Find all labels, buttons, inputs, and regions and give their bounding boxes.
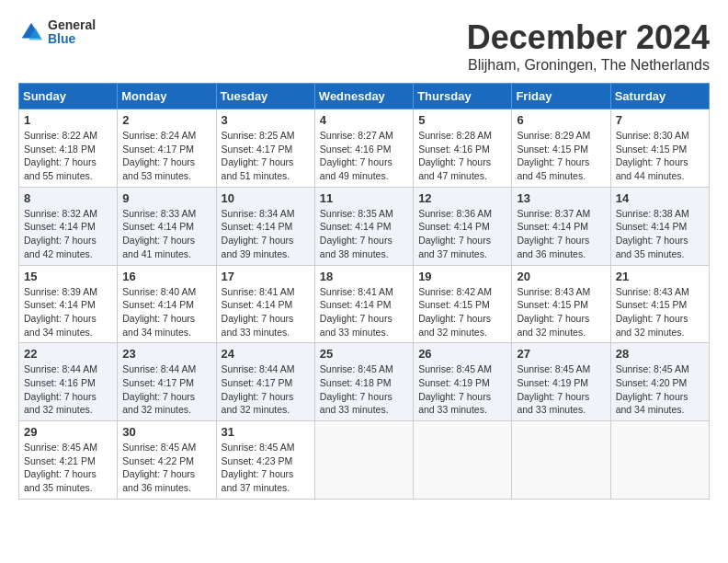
day-info: Sunrise: 8:45 AM Sunset: 4:18 PM Dayligh… bbox=[320, 362, 408, 417]
day-number: 31 bbox=[222, 425, 310, 439]
day-number: 9 bbox=[122, 191, 210, 205]
day-info: Sunrise: 8:44 AM Sunset: 4:17 PM Dayligh… bbox=[222, 362, 310, 417]
logo: General Blue bbox=[18, 18, 96, 47]
day-info: Sunrise: 8:45 AM Sunset: 4:19 PM Dayligh… bbox=[517, 362, 605, 417]
day-info: Sunrise: 8:41 AM Sunset: 4:14 PM Dayligh… bbox=[320, 285, 408, 339]
logo-icon bbox=[18, 19, 44, 45]
calendar-cell: 9Sunrise: 8:33 AM Sunset: 4:14 PM Daylig… bbox=[118, 187, 216, 265]
column-header-saturday: Saturday bbox=[610, 84, 709, 109]
week-row-2: 8Sunrise: 8:32 AM Sunset: 4:14 PM Daylig… bbox=[19, 187, 710, 265]
day-info: Sunrise: 8:33 AM Sunset: 4:14 PM Dayligh… bbox=[122, 207, 210, 261]
calendar-cell: 30Sunrise: 8:45 AM Sunset: 4:22 PM Dayli… bbox=[118, 421, 216, 500]
day-info: Sunrise: 8:34 AM Sunset: 4:14 PM Dayligh… bbox=[222, 207, 310, 261]
calendar-cell: 24Sunrise: 8:44 AM Sunset: 4:17 PM Dayli… bbox=[216, 343, 314, 421]
day-number: 19 bbox=[418, 270, 506, 283]
column-header-sunday: Sunday bbox=[19, 84, 118, 109]
day-number: 28 bbox=[616, 347, 704, 361]
calendar-cell: 27Sunrise: 8:45 AM Sunset: 4:19 PM Dayli… bbox=[512, 343, 610, 421]
week-row-4: 22Sunrise: 8:44 AM Sunset: 4:16 PM Dayli… bbox=[19, 343, 710, 421]
calendar-cell: 15Sunrise: 8:39 AM Sunset: 4:14 PM Dayli… bbox=[19, 265, 118, 343]
calendar-cell: 31Sunrise: 8:45 AM Sunset: 4:23 PM Dayli… bbox=[216, 421, 314, 500]
calendar-cell: 11Sunrise: 8:35 AM Sunset: 4:14 PM Dayli… bbox=[314, 187, 413, 265]
day-number: 23 bbox=[122, 347, 210, 361]
day-number: 27 bbox=[517, 347, 605, 361]
day-number: 25 bbox=[320, 347, 408, 361]
calendar-cell: 23Sunrise: 8:44 AM Sunset: 4:17 PM Dayli… bbox=[118, 343, 216, 421]
day-number: 29 bbox=[24, 425, 112, 439]
day-number: 5 bbox=[418, 113, 506, 127]
month-title: December 2024 bbox=[467, 18, 710, 57]
day-number: 18 bbox=[320, 270, 408, 283]
day-info: Sunrise: 8:45 AM Sunset: 4:23 PM Dayligh… bbox=[222, 441, 310, 495]
day-number: 1 bbox=[24, 113, 112, 127]
calendar-table: SundayMondayTuesdayWednesdayThursdayFrid… bbox=[18, 83, 710, 500]
calendar-cell: 2Sunrise: 8:24 AM Sunset: 4:17 PM Daylig… bbox=[118, 109, 216, 188]
day-info: Sunrise: 8:27 AM Sunset: 4:16 PM Dayligh… bbox=[320, 129, 408, 183]
day-info: Sunrise: 8:30 AM Sunset: 4:15 PM Dayligh… bbox=[616, 129, 704, 183]
day-info: Sunrise: 8:35 AM Sunset: 4:14 PM Dayligh… bbox=[320, 207, 408, 261]
logo-blue: Blue bbox=[48, 32, 96, 46]
column-header-wednesday: Wednesday bbox=[314, 84, 413, 109]
day-info: Sunrise: 8:36 AM Sunset: 4:14 PM Dayligh… bbox=[418, 207, 506, 261]
calendar-header: SundayMondayTuesdayWednesdayThursdayFrid… bbox=[19, 84, 710, 109]
calendar-cell: 10Sunrise: 8:34 AM Sunset: 4:14 PM Dayli… bbox=[216, 187, 314, 265]
day-info: Sunrise: 8:24 AM Sunset: 4:17 PM Dayligh… bbox=[122, 129, 210, 183]
day-number: 26 bbox=[418, 347, 506, 361]
day-info: Sunrise: 8:45 AM Sunset: 4:19 PM Dayligh… bbox=[418, 362, 506, 417]
day-number: 10 bbox=[222, 191, 310, 205]
day-number: 11 bbox=[320, 191, 408, 205]
calendar-cell: 3Sunrise: 8:25 AM Sunset: 4:17 PM Daylig… bbox=[216, 109, 314, 188]
logo-general: General bbox=[48, 18, 96, 32]
calendar-cell: 28Sunrise: 8:45 AM Sunset: 4:20 PM Dayli… bbox=[610, 343, 709, 421]
header: General Blue December 2024 Blijham, Gron… bbox=[18, 18, 710, 74]
day-number: 20 bbox=[517, 270, 605, 283]
column-header-monday: Monday bbox=[118, 84, 216, 109]
calendar-cell bbox=[610, 421, 709, 500]
calendar-body: 1Sunrise: 8:22 AM Sunset: 4:18 PM Daylig… bbox=[19, 109, 710, 500]
calendar-cell: 13Sunrise: 8:37 AM Sunset: 4:14 PM Dayli… bbox=[512, 187, 610, 265]
logo-text: General Blue bbox=[48, 18, 96, 47]
column-header-friday: Friday bbox=[512, 84, 610, 109]
calendar-cell bbox=[414, 421, 512, 500]
day-info: Sunrise: 8:44 AM Sunset: 4:17 PM Dayligh… bbox=[122, 362, 210, 417]
day-info: Sunrise: 8:37 AM Sunset: 4:14 PM Dayligh… bbox=[517, 207, 605, 261]
day-number: 2 bbox=[122, 113, 210, 127]
calendar-cell: 6Sunrise: 8:29 AM Sunset: 4:15 PM Daylig… bbox=[512, 109, 610, 188]
day-info: Sunrise: 8:32 AM Sunset: 4:14 PM Dayligh… bbox=[24, 207, 112, 261]
calendar-cell: 25Sunrise: 8:45 AM Sunset: 4:18 PM Dayli… bbox=[314, 343, 413, 421]
calendar-cell: 26Sunrise: 8:45 AM Sunset: 4:19 PM Dayli… bbox=[414, 343, 512, 421]
calendar-cell: 8Sunrise: 8:32 AM Sunset: 4:14 PM Daylig… bbox=[19, 187, 118, 265]
calendar-cell bbox=[314, 421, 413, 500]
day-number: 16 bbox=[122, 270, 210, 283]
column-header-thursday: Thursday bbox=[414, 84, 512, 109]
day-info: Sunrise: 8:45 AM Sunset: 4:20 PM Dayligh… bbox=[616, 362, 704, 417]
day-info: Sunrise: 8:41 AM Sunset: 4:14 PM Dayligh… bbox=[222, 285, 310, 339]
location: Blijham, Groningen, The Netherlands bbox=[467, 57, 710, 74]
day-number: 14 bbox=[616, 191, 704, 205]
day-info: Sunrise: 8:43 AM Sunset: 4:15 PM Dayligh… bbox=[616, 285, 704, 339]
day-info: Sunrise: 8:25 AM Sunset: 4:17 PM Dayligh… bbox=[222, 129, 310, 183]
day-info: Sunrise: 8:38 AM Sunset: 4:14 PM Dayligh… bbox=[616, 207, 704, 261]
day-number: 30 bbox=[122, 425, 210, 439]
week-row-5: 29Sunrise: 8:45 AM Sunset: 4:21 PM Dayli… bbox=[19, 421, 710, 500]
day-number: 4 bbox=[320, 113, 408, 127]
calendar-cell: 14Sunrise: 8:38 AM Sunset: 4:14 PM Dayli… bbox=[610, 187, 709, 265]
header-row: SundayMondayTuesdayWednesdayThursdayFrid… bbox=[19, 84, 710, 109]
day-number: 7 bbox=[616, 113, 704, 127]
day-info: Sunrise: 8:44 AM Sunset: 4:16 PM Dayligh… bbox=[24, 362, 112, 417]
day-info: Sunrise: 8:22 AM Sunset: 4:18 PM Dayligh… bbox=[24, 129, 112, 183]
day-number: 15 bbox=[24, 270, 112, 283]
week-row-3: 15Sunrise: 8:39 AM Sunset: 4:14 PM Dayli… bbox=[19, 265, 710, 343]
calendar-cell: 1Sunrise: 8:22 AM Sunset: 4:18 PM Daylig… bbox=[19, 109, 118, 188]
day-number: 22 bbox=[24, 347, 112, 361]
calendar-cell: 18Sunrise: 8:41 AM Sunset: 4:14 PM Dayli… bbox=[314, 265, 413, 343]
calendar-cell: 12Sunrise: 8:36 AM Sunset: 4:14 PM Dayli… bbox=[414, 187, 512, 265]
day-number: 3 bbox=[222, 113, 310, 127]
day-info: Sunrise: 8:39 AM Sunset: 4:14 PM Dayligh… bbox=[24, 285, 112, 339]
calendar-cell bbox=[512, 421, 610, 500]
day-number: 6 bbox=[517, 113, 605, 127]
calendar-cell: 4Sunrise: 8:27 AM Sunset: 4:16 PM Daylig… bbox=[314, 109, 413, 188]
title-section: December 2024 Blijham, Groningen, The Ne… bbox=[467, 18, 710, 74]
calendar-cell: 17Sunrise: 8:41 AM Sunset: 4:14 PM Dayli… bbox=[216, 265, 314, 343]
calendar-cell: 22Sunrise: 8:44 AM Sunset: 4:16 PM Dayli… bbox=[19, 343, 118, 421]
